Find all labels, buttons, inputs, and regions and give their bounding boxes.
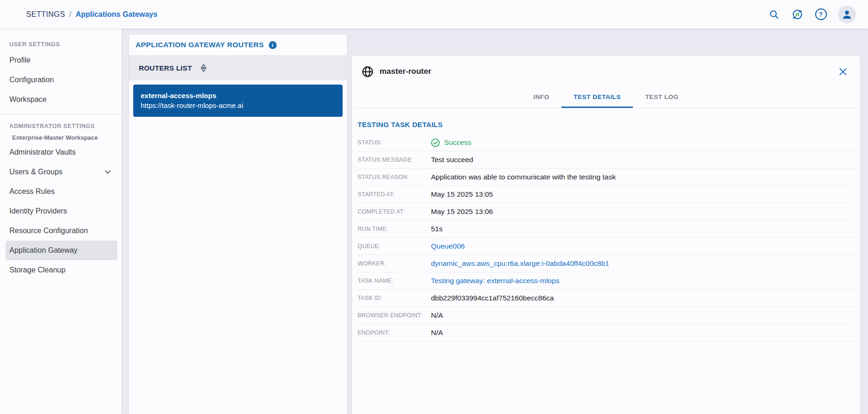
detail-row-started-at: STARTED AT: May 15 2025 13:05	[358, 186, 855, 203]
detail-tab-bar: INFO TEST DETAILS TEST LOG	[352, 87, 860, 108]
person-icon	[841, 9, 853, 20]
topbar-icons: ?	[768, 6, 868, 23]
sidebar-workspace-name: Enterprise-Master Workspace	[0, 132, 122, 143]
detail-row-status: STATUS: Success	[358, 134, 855, 151]
routers-list-header: ROUTERS LIST	[129, 55, 347, 80]
router-name: external-access-mlops	[141, 91, 335, 100]
top-bar: SETTINGS / Applications Gateways ?	[0, 0, 868, 29]
routers-list-panel: APPLICATION GATEWAY ROUTERS i ROUTERS LI…	[129, 35, 347, 414]
detail-header: master-router	[352, 56, 860, 87]
close-icon[interactable]	[839, 68, 847, 76]
test-details-content: TESTING TASK DETAILS STATUS: Success STA…	[352, 108, 860, 342]
detail-row-status-message: STATUS MESSAGE: Test succeed	[358, 151, 855, 169]
sidebar-item-configuration[interactable]: Configuration	[6, 70, 117, 90]
chevron-down-icon	[105, 170, 111, 174]
router-detail-panel: master-router INFO TEST DETAILS TEST LOG…	[352, 56, 860, 414]
sidebar-item-administrator-vaults[interactable]: Administrator Vaults	[6, 143, 117, 162]
help-icon[interactable]: ?	[815, 8, 827, 21]
sidebar-item-profile[interactable]: Profile	[6, 50, 117, 70]
sidebar-divider	[0, 114, 122, 114]
detail-row-queue: QUEUE: Queue006	[358, 238, 855, 255]
sidebar-item-identity-providers[interactable]: Identity Providers	[6, 201, 117, 221]
detail-row-status-reason: STATUS REASON: Application was able to c…	[358, 169, 855, 186]
detail-row-endpoint: ENDPOINT: N/A	[358, 324, 855, 342]
breadcrumb-settings[interactable]: SETTINGS	[26, 10, 65, 19]
filter-icon[interactable]	[200, 64, 208, 72]
worker-link[interactable]: dynamic_aws:aws_cpu:r6a.xlarge:i-0abda40…	[431, 259, 609, 268]
page-title: APPLICATION GATEWAY ROUTERS	[136, 41, 264, 49]
sidebar-item-users-groups[interactable]: Users & Groups	[6, 162, 117, 182]
sidebar-section-user-settings: USER SETTINGS	[0, 38, 122, 50]
routers-list-title: ROUTERS LIST	[139, 64, 192, 72]
breadcrumb-separator: /	[69, 10, 71, 19]
breadcrumb: SETTINGS / Applications Gateways	[0, 10, 158, 19]
sidebar-item-resource-configuration[interactable]: Resource Configuration	[6, 221, 117, 241]
sidebar-item-access-rules[interactable]: Access Rules	[6, 182, 117, 201]
section-title: TESTING TASK DETAILS	[358, 121, 855, 128]
success-check-icon	[431, 138, 440, 147]
routers-title-row: APPLICATION GATEWAY ROUTERS i	[129, 35, 347, 55]
info-icon[interactable]: i	[269, 41, 277, 49]
detail-row-completed-at: COMPLETED AT: May 15 2025 13:06	[358, 203, 855, 221]
status-badge: Success	[431, 138, 472, 147]
detail-row-task-name: TASK NAME: Testing gateway: external-acc…	[358, 272, 855, 290]
tab-info[interactable]: INFO	[521, 87, 561, 108]
settings-sidebar: USER SETTINGS Profile Configuration Work…	[0, 29, 122, 414]
question-mark: ?	[815, 8, 827, 20]
routers-items: external-access-mlops https://task-route…	[129, 80, 347, 121]
detail-row-task-id: TASK ID: dbb229f033994cc1af752160becc86c…	[358, 290, 855, 307]
task-name-link[interactable]: Testing gateway: external-access-mlops	[431, 277, 560, 285]
queue-link[interactable]: Queue006	[431, 242, 465, 250]
tab-test-log[interactable]: TEST LOG	[633, 87, 691, 108]
sidebar-item-workspace[interactable]: Workspace	[6, 90, 117, 109]
sidebar-section-administrator-settings: ADMINISTRATOR SETTINGS	[0, 120, 122, 132]
detail-row-run-time: RUN TIME: 51s	[358, 221, 855, 238]
user-avatar[interactable]	[838, 6, 856, 23]
search-icon[interactable]	[768, 8, 780, 21]
sync-pause-icon[interactable]	[791, 8, 803, 21]
router-url: https://task-router-mlops-acme.ai	[141, 100, 335, 110]
sidebar-item-storage-cleanup[interactable]: Storage Cleanup	[6, 260, 117, 280]
router-detail-title: master-router	[380, 67, 839, 76]
breadcrumb-current-page: Applications Gateways	[76, 10, 158, 19]
router-list-item-selected[interactable]: external-access-mlops https://task-route…	[133, 85, 343, 117]
tab-test-details[interactable]: TEST DETAILS	[561, 87, 633, 108]
detail-row-browser-endpoint: BROWSER ENDPOINT: N/A	[358, 307, 855, 324]
detail-row-worker: WORKER: dynamic_aws:aws_cpu:r6a.xlarge:i…	[358, 255, 855, 272]
globe-icon	[361, 65, 374, 78]
sidebar-item-application-gateway[interactable]: Application Gateway	[6, 241, 117, 260]
